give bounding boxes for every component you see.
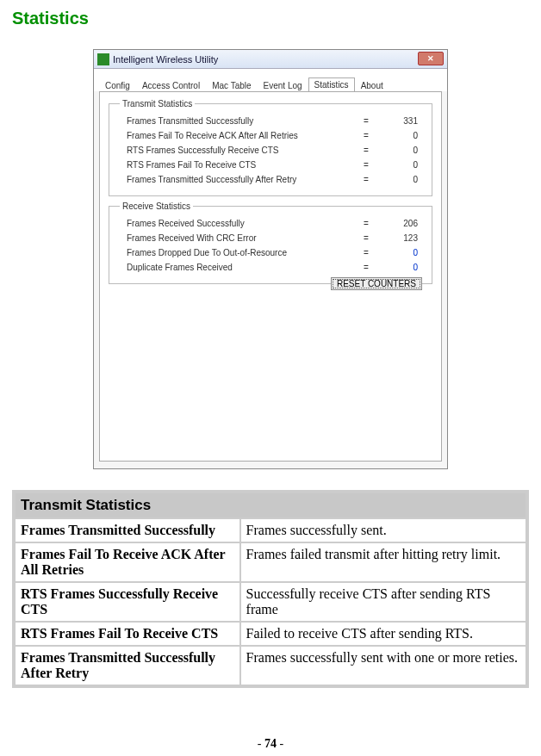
stat-row: Frames Transmitted Successfully = 331 bbox=[115, 114, 426, 128]
stat-row: Frames Received With CRC Error = 123 bbox=[115, 231, 426, 245]
stat-value: 0 bbox=[383, 248, 423, 257]
table-row: Frames Transmitted Successfully Frames s… bbox=[16, 519, 525, 542]
term: RTS Frames Fail To Receive CTS bbox=[16, 623, 239, 645]
stat-label: Frames Transmitted Successfully After Re… bbox=[127, 175, 349, 184]
dialog-window: Intelligent Wireless Utility Config Acce… bbox=[93, 49, 448, 469]
stat-label: Frames Transmitted Successfully bbox=[127, 116, 349, 126]
tab-mac-table[interactable]: Mac Table bbox=[206, 78, 257, 92]
titlebar: Intelligent Wireless Utility bbox=[94, 50, 447, 69]
stat-label: Frames Dropped Due To Out-of-Resource bbox=[127, 248, 349, 257]
table-row: Frames Fail To Receive ACK After All Ret… bbox=[16, 543, 525, 581]
reset-counters-button[interactable]: RESET COUNTERS bbox=[331, 277, 422, 290]
stat-row: Frames Fail To Receive ACK After All Ret… bbox=[115, 128, 426, 143]
stat-value: 331 bbox=[383, 116, 423, 126]
definition: Failed to receive CTS after sending RTS. bbox=[241, 623, 525, 645]
stat-label: Frames Fail To Receive ACK After All Ret… bbox=[127, 131, 349, 140]
stat-row: Frames Received Successfully = 206 bbox=[115, 216, 426, 231]
stat-label: RTS Frames Successfully Receive CTS bbox=[127, 146, 349, 155]
window-title: Intelligent Wireless Utility bbox=[113, 54, 218, 65]
stat-row: RTS Frames Successfully Receive CTS = 0 bbox=[115, 143, 426, 158]
transmit-fieldset: Transmit Statistics Frames Transmitted S… bbox=[109, 99, 432, 196]
stat-eq: = bbox=[349, 233, 383, 243]
stat-row: Frames Dropped Due To Out-of-Resource = … bbox=[115, 245, 426, 260]
definition: Frames successfully sent with one or mor… bbox=[241, 647, 525, 685]
tabs: Config Access Control Mac Table Event Lo… bbox=[94, 69, 447, 91]
stat-value: 0 bbox=[383, 160, 423, 170]
term: Frames Fail To Receive ACK After All Ret… bbox=[16, 543, 239, 581]
stat-value: 0 bbox=[383, 263, 423, 272]
tab-access-control[interactable]: Access Control bbox=[136, 78, 206, 92]
tab-statistics[interactable]: Statistics bbox=[308, 77, 355, 92]
term: Frames Transmitted Successfully After Re… bbox=[16, 647, 239, 685]
stat-label: Frames Received Successfully bbox=[127, 219, 349, 228]
receive-fieldset: Receive Statistics Frames Received Succe… bbox=[109, 201, 432, 284]
stat-eq: = bbox=[349, 116, 383, 126]
stat-label: Duplicate Frames Received bbox=[127, 263, 349, 272]
stat-eq: = bbox=[349, 248, 383, 257]
close-icon[interactable] bbox=[418, 52, 444, 65]
transmit-legend: Transmit Statistics bbox=[120, 99, 195, 108]
tab-body: Transmit Statistics Frames Transmitted S… bbox=[99, 91, 442, 462]
receive-legend: Receive Statistics bbox=[120, 201, 193, 211]
stat-eq: = bbox=[349, 219, 383, 228]
app-icon bbox=[97, 53, 109, 65]
stat-eq: = bbox=[349, 160, 383, 170]
stat-value: 0 bbox=[383, 175, 423, 184]
stat-label: RTS Frames Fail To Receive CTS bbox=[127, 160, 349, 170]
table-row: RTS Frames Successfully Receive CTS Succ… bbox=[16, 583, 525, 621]
definition: Frames successfully sent. bbox=[241, 519, 525, 542]
tab-about[interactable]: About bbox=[355, 78, 389, 92]
stat-eq: = bbox=[349, 146, 383, 155]
stat-row: Frames Transmitted Successfully After Re… bbox=[115, 172, 426, 187]
description-table: Transmit Statistics Frames Transmitted S… bbox=[12, 490, 529, 688]
tab-event-log[interactable]: Event Log bbox=[258, 78, 308, 92]
term: RTS Frames Successfully Receive CTS bbox=[16, 583, 239, 621]
stat-eq: = bbox=[349, 263, 383, 272]
tab-config[interactable]: Config bbox=[99, 78, 136, 92]
stat-row: RTS Frames Fail To Receive CTS = 0 bbox=[115, 158, 426, 172]
page-title: Statistics bbox=[12, 9, 529, 28]
stat-eq: = bbox=[349, 131, 383, 140]
table-row: RTS Frames Fail To Receive CTS Failed to… bbox=[16, 623, 525, 645]
stat-value: 0 bbox=[383, 131, 423, 140]
stat-label: Frames Received With CRC Error bbox=[127, 233, 349, 243]
term: Frames Transmitted Successfully bbox=[16, 519, 239, 542]
table-row: Frames Transmitted Successfully After Re… bbox=[16, 647, 525, 685]
stat-row: Duplicate Frames Received = 0 bbox=[115, 260, 426, 275]
dialog-screenshot: Intelligent Wireless Utility Config Acce… bbox=[12, 49, 529, 469]
stat-eq: = bbox=[349, 175, 383, 184]
definition: Successfully receive CTS after sending R… bbox=[241, 583, 525, 621]
page-number: - 74 - bbox=[0, 737, 541, 751]
section-header: Transmit Statistics bbox=[16, 493, 525, 517]
definition: Frames failed transmit after hitting ret… bbox=[241, 543, 525, 581]
stat-value: 206 bbox=[383, 219, 423, 228]
stat-value: 0 bbox=[383, 146, 423, 155]
stat-value: 123 bbox=[383, 233, 423, 243]
